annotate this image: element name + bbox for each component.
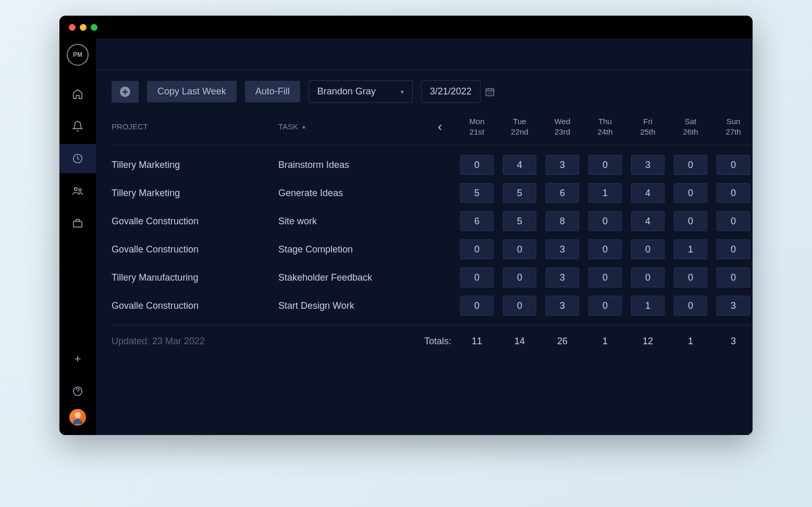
project-cell: Govalle Construction <box>112 300 278 311</box>
hour-input[interactable]: 8 <box>546 211 579 231</box>
total-value: 3 <box>712 336 753 347</box>
main-content: Copy Last Week Auto-Fill Brandon Gray 3/… <box>96 39 753 435</box>
hour-input[interactable]: 6 <box>546 183 579 203</box>
project-cell: Tillery Marketing <box>112 188 278 199</box>
hour-input[interactable]: 0 <box>503 239 536 259</box>
hour-input[interactable]: 1 <box>674 239 707 259</box>
nav-notifications[interactable] <box>59 112 96 141</box>
project-cell: Govalle Construction <box>112 216 278 227</box>
project-cell: Tillery Manufacturing <box>112 272 278 283</box>
task-header[interactable]: TASK ▲ <box>278 122 424 131</box>
close-window-button[interactable] <box>69 24 76 31</box>
day-header: Mon21st <box>456 116 498 137</box>
hour-input[interactable]: 4 <box>503 155 536 175</box>
hour-input[interactable]: 0 <box>588 211 622 231</box>
add-row-button[interactable] <box>112 81 139 103</box>
timesheet-row: Govalle ConstructionStart Design Work003… <box>112 292 753 320</box>
plus-icon <box>72 353 83 365</box>
hour-input[interactable]: 0 <box>717 155 750 175</box>
nav-help[interactable] <box>59 377 96 406</box>
hour-input[interactable]: 3 <box>546 296 579 316</box>
hour-input[interactable]: 3 <box>717 296 750 316</box>
project-cell: Govalle Construction <box>112 244 278 255</box>
hour-input[interactable]: 0 <box>631 239 665 259</box>
auto-fill-button[interactable]: Auto-Fill <box>245 81 300 102</box>
nav-add[interactable] <box>59 344 96 373</box>
hour-input[interactable]: 0 <box>503 296 536 316</box>
timesheet-row: Tillery MarketingBrainstorm Ideas0430300 <box>112 146 753 179</box>
hour-input[interactable]: 0 <box>460 155 494 175</box>
nav-timesheet[interactable] <box>59 144 96 173</box>
hour-input[interactable]: 0 <box>588 155 622 175</box>
help-icon <box>72 385 83 397</box>
hour-input[interactable]: 0 <box>503 268 536 287</box>
hour-input[interactable]: 5 <box>460 183 494 203</box>
hour-input[interactable]: 0 <box>717 211 750 231</box>
hour-input[interactable]: 0 <box>717 183 750 203</box>
nav-team[interactable] <box>59 176 96 206</box>
timesheet-row: Govalle ConstructionStage Completion0030… <box>112 235 753 263</box>
hour-input[interactable]: 1 <box>588 183 622 203</box>
minimize-window-button[interactable] <box>80 24 87 31</box>
briefcase-icon <box>72 218 83 229</box>
timesheet-row: Govalle ConstructionSite work6580400 <box>112 207 753 235</box>
project-cell: Tillery Marketing <box>112 160 278 171</box>
task-cell: Generate Ideas <box>278 188 424 199</box>
timesheet-row: Tillery ManufacturingStakeholder Feedbac… <box>112 263 753 292</box>
home-icon <box>72 88 83 100</box>
sidebar: PM <box>59 39 96 435</box>
totals-row: Updated: 23 Mar 2022 Totals: 11 14 26 1 … <box>112 325 753 357</box>
grid-body: Tillery MarketingBrainstorm Ideas0430300… <box>112 146 753 320</box>
hour-input[interactable]: 1 <box>631 296 665 316</box>
nav-projects[interactable] <box>59 209 96 238</box>
hour-input[interactable]: 3 <box>631 155 665 175</box>
plus-circle-icon <box>119 86 131 98</box>
hour-input[interactable]: 0 <box>674 296 707 316</box>
hour-input[interactable]: 0 <box>674 183 707 203</box>
hour-input[interactable]: 3 <box>546 268 579 287</box>
calendar-icon[interactable] <box>485 87 495 97</box>
hour-input[interactable]: 5 <box>503 183 536 203</box>
hour-input[interactable]: 6 <box>460 211 494 231</box>
hour-input[interactable]: 0 <box>588 296 622 316</box>
updated-label: Updated: 23 Mar 2022 <box>112 336 278 347</box>
total-value: 1 <box>584 336 626 347</box>
total-value: 14 <box>498 336 541 347</box>
hour-input[interactable]: 0 <box>588 239 622 259</box>
hour-input[interactable]: 0 <box>460 296 494 316</box>
hour-input[interactable]: 3 <box>546 239 579 259</box>
hour-input[interactable]: 0 <box>717 239 750 259</box>
toolbar: Copy Last Week Auto-Fill Brandon Gray 3/… <box>96 70 753 110</box>
people-icon <box>72 185 83 197</box>
hour-input[interactable]: 0 <box>631 268 665 287</box>
date-picker: 3/21/2022 <box>421 80 495 103</box>
svg-rect-3 <box>73 221 82 227</box>
hour-input[interactable]: 5 <box>503 211 536 231</box>
sort-asc-icon: ▲ <box>301 124 306 129</box>
hour-input[interactable]: 0 <box>717 268 750 287</box>
hour-input[interactable]: 0 <box>674 211 707 231</box>
maximize-window-button[interactable] <box>91 24 97 31</box>
task-cell: Site work <box>278 216 424 227</box>
copy-last-week-button[interactable]: Copy Last Week <box>147 81 237 102</box>
hour-input[interactable]: 0 <box>674 155 707 175</box>
hour-input[interactable]: 0 <box>460 268 494 287</box>
hour-input[interactable]: 0 <box>674 268 707 287</box>
user-avatar[interactable] <box>69 409 86 426</box>
titlebar <box>59 16 753 39</box>
hour-input[interactable]: 0 <box>588 268 622 287</box>
user-select[interactable]: Brandon Gray <box>309 80 413 103</box>
nav-home[interactable] <box>59 79 96 108</box>
svg-point-2 <box>79 189 81 191</box>
day-header: Sat26th <box>669 116 712 137</box>
hour-input[interactable]: 4 <box>631 211 665 231</box>
hour-input[interactable]: 0 <box>460 239 494 259</box>
hour-input[interactable]: 3 <box>546 155 579 175</box>
hour-input[interactable]: 4 <box>631 183 665 203</box>
prev-week-button[interactable]: ‹ <box>424 119 456 134</box>
app-body: PM <box>59 39 753 435</box>
total-value: 1 <box>669 336 712 347</box>
day-header: Fri25th <box>626 116 669 137</box>
date-input[interactable]: 3/21/2022 <box>421 80 481 103</box>
task-header-label: TASK <box>278 122 298 131</box>
